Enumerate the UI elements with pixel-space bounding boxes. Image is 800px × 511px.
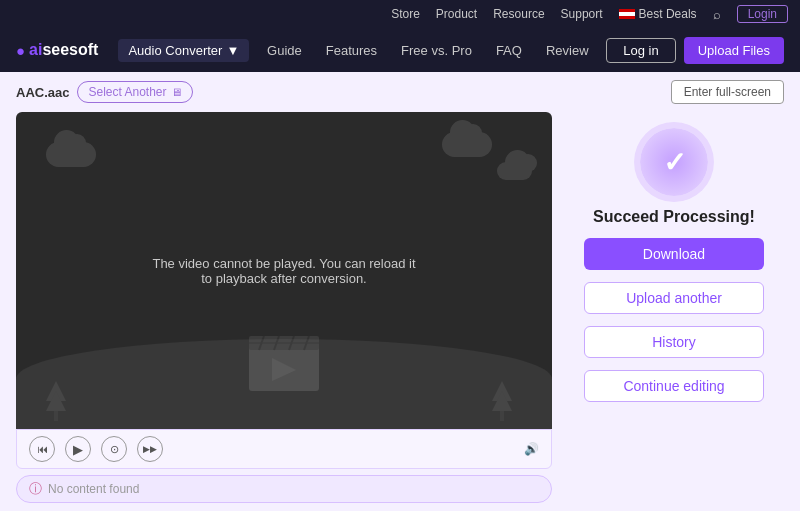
chevron-down-icon: ▼ — [226, 43, 239, 58]
stop-button[interactable]: ⊙ — [101, 436, 127, 462]
flag-icon — [619, 9, 635, 19]
clapper-icon — [244, 326, 324, 399]
logo-text: aiseesoft — [29, 41, 98, 59]
logo-icon: ● — [16, 42, 25, 59]
top-navigation: Store Product Resource Support Best Deal… — [0, 0, 800, 28]
enter-fullscreen-button[interactable]: Enter full-screen — [671, 80, 784, 104]
rewind-button[interactable]: ⏮ — [29, 436, 55, 462]
content-area: The video cannot be played. You can relo… — [16, 112, 784, 503]
review-link[interactable]: Review — [546, 43, 589, 58]
svg-rect-13 — [500, 411, 504, 421]
resource-link[interactable]: Resource — [493, 7, 544, 21]
right-panel: ✓ Succeed Processing! Download Upload an… — [564, 112, 784, 503]
nav-links: Guide Features Free vs. Pro FAQ Review — [267, 43, 588, 58]
history-button[interactable]: History — [584, 326, 764, 358]
file-bar: AAC.aac Select Another 🖥 Enter full-scre… — [16, 80, 784, 104]
audio-converter-dropdown[interactable]: Audio Converter ▼ — [118, 39, 249, 62]
video-message: The video cannot be played. You can relo… — [150, 256, 418, 286]
features-link[interactable]: Features — [326, 43, 377, 58]
video-controls: ⏮ ▶ ⊙ ▶▶ 🔊 — [16, 429, 552, 469]
tree-right-icon — [492, 381, 512, 424]
product-link[interactable]: Product — [436, 7, 477, 21]
free-vs-pro-link[interactable]: Free vs. Pro — [401, 43, 472, 58]
guide-link[interactable]: Guide — [267, 43, 302, 58]
checkmark-icon: ✓ — [663, 146, 686, 179]
play-button[interactable]: ▶ — [65, 436, 91, 462]
support-link[interactable]: Support — [561, 7, 603, 21]
login-button-top[interactable]: Login — [737, 5, 788, 23]
search-icon[interactable]: ⌕ — [713, 7, 721, 22]
store-link[interactable]: Store — [391, 7, 420, 21]
logo-ai-text: ai — [29, 41, 42, 58]
success-circle: ✓ — [640, 128, 708, 196]
audio-converter-label: Audio Converter — [128, 43, 222, 58]
faq-link[interactable]: FAQ — [496, 43, 522, 58]
cloud-decoration-2 — [442, 132, 492, 157]
controls-left: ⏮ ▶ ⊙ ▶▶ — [29, 436, 163, 462]
best-deals-label: Best Deals — [639, 7, 697, 21]
continue-editing-button[interactable]: Continue editing — [584, 370, 764, 402]
warning-icon: ⓘ — [29, 480, 42, 498]
volume-icon[interactable]: 🔊 — [524, 442, 539, 456]
download-button[interactable]: Download — [584, 238, 764, 270]
login-button-nav[interactable]: Log in — [606, 38, 675, 63]
tree-left-icon — [46, 381, 66, 424]
file-info: AAC.aac Select Another 🖥 — [16, 81, 193, 103]
upload-files-button[interactable]: Upload Files — [684, 37, 784, 64]
svg-rect-10 — [54, 411, 58, 421]
cloud-decoration-1 — [46, 142, 96, 167]
upload-another-button[interactable]: Upload another — [584, 282, 764, 314]
no-content-text: No content found — [48, 482, 139, 496]
no-content-bar: ⓘ No content found — [16, 475, 552, 503]
video-player-wrapper: The video cannot be played. You can relo… — [16, 112, 552, 503]
select-another-button[interactable]: Select Another 🖥 — [77, 81, 192, 103]
select-another-label: Select Another — [88, 85, 166, 99]
file-name: AAC.aac — [16, 85, 69, 100]
logo-rest-text: seesoft — [42, 41, 98, 58]
main-content: AAC.aac Select Another 🖥 Enter full-scre… — [0, 72, 800, 511]
success-text: Succeed Processing! — [593, 208, 755, 226]
fast-forward-button[interactable]: ▶▶ — [137, 436, 163, 462]
video-player: The video cannot be played. You can relo… — [16, 112, 552, 429]
cloud-decoration-3 — [497, 162, 532, 180]
monitor-icon: 🖥 — [171, 86, 182, 98]
secondary-navigation: ● aiseesoft Audio Converter ▼ Guide Feat… — [0, 28, 800, 72]
best-deals-link[interactable]: Best Deals — [619, 7, 697, 21]
logo: ● aiseesoft — [16, 41, 98, 59]
